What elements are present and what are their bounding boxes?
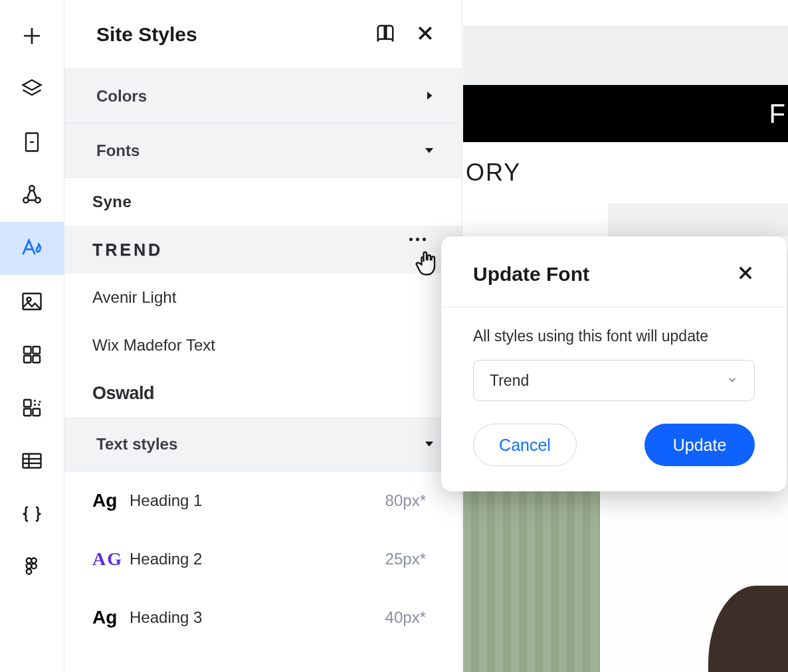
connections-icon[interactable]: [0, 169, 64, 222]
header-strip: F: [463, 85, 788, 142]
svg-rect-14: [23, 454, 41, 468]
header-text-fragment: F: [769, 99, 785, 129]
svg-point-3: [23, 198, 29, 203]
components-icon[interactable]: [0, 381, 64, 434]
font-label: Oswald: [92, 383, 154, 404]
font-item-wixmade[interactable]: Wix Madefor Text: [64, 321, 462, 369]
panel-title: Site Styles: [96, 23, 375, 46]
style-size: 25px*: [385, 550, 426, 568]
canvas-topbar: [463, 0, 788, 27]
more-options-icon[interactable]: [409, 238, 426, 241]
font-item-syne[interactable]: Syne: [64, 178, 462, 226]
svg-rect-11: [24, 400, 31, 407]
font-label: Wix Madefor Text: [92, 336, 215, 355]
panel-header: Site Styles: [64, 0, 462, 69]
site-styles-panel: Site Styles Colors Fonts Syne: [64, 0, 462, 672]
select-value: Trend: [490, 372, 529, 390]
svg-rect-12: [24, 409, 31, 416]
style-size: 80px*: [385, 491, 426, 510]
button-label: Update: [673, 436, 727, 455]
style-preview: Ag: [92, 607, 130, 628]
docs-icon[interactable]: [375, 23, 395, 46]
section-label: Fonts: [96, 141, 140, 160]
svg-point-4: [35, 198, 41, 203]
svg-point-22: [27, 569, 32, 574]
subheader-strip: ORY: [463, 142, 788, 203]
update-button[interactable]: Update: [644, 424, 755, 466]
text-style-heading3[interactable]: Ag Heading 3 40px*: [64, 588, 462, 647]
modal-header: Update Font: [441, 236, 787, 307]
chevron-down-icon: [423, 435, 435, 454]
chevron-down-icon: [726, 372, 738, 390]
update-font-modal: Update Font All styles using this font w…: [441, 236, 787, 491]
font-label: TREND: [92, 240, 163, 260]
font-item-avenir[interactable]: Avenir Light: [64, 274, 462, 321]
svg-rect-13: [33, 409, 41, 416]
style-size: 40px*: [385, 608, 426, 627]
font-item-oswald[interactable]: Oswald: [64, 369, 462, 417]
font-label: Avenir Light: [92, 288, 176, 307]
section-text-styles[interactable]: Text styles: [64, 417, 462, 471]
product-image-fragment: [708, 586, 788, 672]
font-select[interactable]: Trend: [473, 360, 755, 401]
style-label: Heading 1: [130, 491, 385, 510]
cancel-button[interactable]: Cancel: [473, 424, 577, 466]
font-item-trend[interactable]: TREND: [64, 226, 462, 274]
table-icon[interactable]: [0, 434, 64, 487]
svg-point-21: [31, 564, 37, 569]
close-icon[interactable]: [736, 264, 755, 285]
style-label: Heading 3: [130, 608, 385, 627]
svg-rect-10: [33, 356, 41, 363]
style-preview: AG: [92, 548, 130, 570]
section-label: Colors: [96, 87, 147, 106]
panel-scroll: Colors Fonts Syne TREND Avenir Light Wix…: [64, 69, 462, 672]
modal-body: All styles using this font will update T…: [441, 307, 787, 491]
text-style-heading2[interactable]: AG Heading 2 25px*: [64, 530, 462, 588]
code-icon[interactable]: [0, 487, 64, 541]
modal-actions: Cancel Update: [473, 424, 755, 466]
modal-description: All styles using this font will update: [473, 327, 755, 345]
apps-icon[interactable]: [0, 328, 64, 381]
subheader-text-fragment: ORY: [466, 159, 521, 187]
add-icon[interactable]: [0, 9, 64, 62]
left-tool-rail: [0, 0, 64, 672]
button-label: Cancel: [499, 436, 551, 455]
style-label: Heading 2: [130, 550, 385, 568]
close-icon[interactable]: [415, 23, 435, 46]
font-label: Syne: [92, 193, 132, 211]
section-colors[interactable]: Colors: [64, 69, 462, 124]
media-icon[interactable]: [0, 275, 64, 328]
section-label: Text styles: [96, 435, 177, 454]
product-image-quilt: [463, 486, 600, 672]
layers-icon[interactable]: [0, 62, 64, 116]
figma-icon[interactable]: [0, 541, 64, 594]
text-style-heading1[interactable]: Ag Heading 1 80px*: [64, 471, 462, 530]
svg-point-19: [31, 558, 37, 564]
svg-rect-8: [33, 347, 41, 354]
modal-title: Update Font: [473, 263, 736, 286]
section-fonts[interactable]: Fonts: [64, 124, 462, 178]
chevron-down-icon: [423, 141, 435, 160]
style-preview: Ag: [92, 490, 130, 511]
svg-point-2: [29, 186, 35, 191]
site-styles-icon[interactable]: [0, 222, 64, 275]
svg-point-6: [27, 297, 31, 301]
svg-rect-9: [24, 356, 31, 363]
chevron-right-icon: [423, 87, 435, 106]
page-icon[interactable]: [0, 116, 64, 169]
svg-rect-7: [24, 347, 31, 354]
